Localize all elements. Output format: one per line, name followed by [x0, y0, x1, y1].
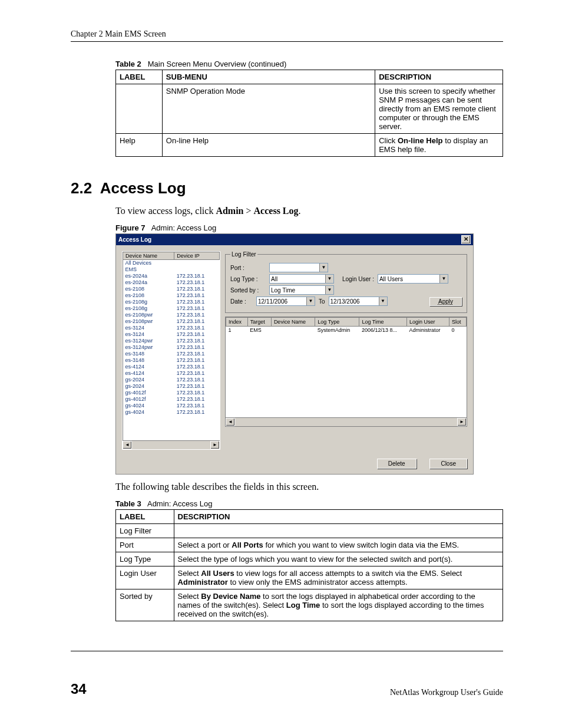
chevron-down-icon[interactable]: ▼	[319, 263, 328, 272]
titlebar: Access Log ✕	[116, 234, 473, 245]
table-row[interactable]: 1 EMS SystemAdmin 2006/12/13 8... Admini…	[226, 327, 467, 334]
port-select[interactable]: ▼	[269, 263, 328, 272]
close-button[interactable]: Close	[429, 459, 467, 469]
port-label: Port :	[230, 265, 266, 271]
chevron-down-icon[interactable]: ▼	[379, 297, 387, 305]
chevron-down-icon[interactable]: ▼	[325, 275, 333, 283]
list-item[interactable]: es-3124172.23.18.1	[123, 325, 220, 331]
device-name-cell: es-2108	[123, 286, 174, 292]
scroll-right-icon[interactable]: ►	[457, 418, 467, 426]
device-name-cell: es-2108pwr	[123, 318, 174, 325]
cell-desc	[174, 524, 503, 538]
cell-desc: Select By Device Name to sort the logs d…	[174, 589, 503, 621]
list-item[interactable]: gs-4012f172.23.18.1	[123, 390, 220, 396]
device-ip-cell: 172.23.18.1	[174, 286, 220, 292]
figure-caption: Figure 7 Admin: Access Log	[115, 223, 503, 232]
device-header-ip[interactable]: Device IP	[174, 252, 220, 260]
log-h-loginuser[interactable]: Login User	[406, 318, 449, 327]
device-list-panel: Device Name Device IP All DevicesEMSes-2…	[122, 251, 220, 450]
chevron-down-icon[interactable]: ▼	[306, 297, 315, 305]
cell-submenu: On-line Help	[162, 134, 375, 157]
scroll-left-icon[interactable]: ◄	[226, 418, 235, 426]
list-item[interactable]: es-4124172.23.18.1	[123, 364, 220, 370]
table2-caption-label: Table 2	[115, 60, 141, 68]
device-name-cell: es-3148	[123, 357, 174, 364]
figure-caption-text: Admin: Access Log	[151, 223, 217, 232]
list-item[interactable]: es-2108172.23.18.1	[123, 286, 220, 292]
list-item[interactable]: gs-2024172.23.18.1	[123, 383, 220, 390]
list-item[interactable]: EMS	[123, 266, 220, 273]
table2-h-desc: DESCRIPTION	[375, 70, 503, 84]
cell-desc: Click On-line Help to display an EMS hel…	[375, 134, 503, 157]
sortedby-select[interactable]: Log Time▼	[269, 285, 334, 295]
log-h-target[interactable]: Target	[247, 318, 271, 327]
device-ip-cell: 172.23.18.1	[174, 390, 220, 396]
list-item[interactable]: es-2108pwr172.23.18.1	[123, 318, 220, 325]
list-item[interactable]: es-2108pwr172.23.18.1	[123, 312, 220, 318]
table-row: Login User Select All Users to view logs…	[116, 566, 503, 589]
device-name-cell: gs-2024	[123, 377, 174, 383]
list-item[interactable]: gs-4024172.23.18.1	[123, 409, 220, 416]
table-row: Port Select a port or All Ports for whic…	[116, 538, 503, 552]
list-item[interactable]: gs-4012f172.23.18.1	[123, 396, 220, 403]
date-from-field[interactable]: 12/11/2006▼	[256, 297, 315, 306]
table-row: SNMP Operation Mode Use this screen to s…	[116, 84, 503, 134]
device-ip-cell: 172.23.18.1	[174, 351, 220, 357]
list-item[interactable]: es-3124172.23.18.1	[123, 331, 220, 338]
list-item[interactable]: es-3124pwr172.23.18.1	[123, 338, 220, 344]
scroll-left-icon[interactable]: ◄	[123, 441, 132, 449]
list-item[interactable]: es-2108172.23.18.1	[123, 292, 220, 299]
loginuser-label: Login User :	[342, 276, 374, 282]
list-item[interactable]: gs-2024172.23.18.1	[123, 377, 220, 383]
device-name-cell: All Devices	[123, 260, 174, 267]
section-heading: 2.2 Access Log	[71, 179, 503, 197]
device-ip-cell: 172.23.18.1	[174, 377, 220, 383]
log-h-devname[interactable]: Device Name	[271, 318, 315, 327]
table3-h-label: LABEL	[116, 510, 174, 524]
device-ip-cell: 172.23.18.1	[174, 312, 220, 318]
table2-caption-text: Main Screen Menu Overview (continued)	[148, 60, 287, 68]
list-item[interactable]: es-2024a172.23.18.1	[123, 273, 220, 279]
device-ip-cell: 172.23.18.1	[174, 338, 220, 344]
apply-button[interactable]: Apply	[429, 297, 462, 306]
list-item[interactable]: es-2108g172.23.18.1	[123, 305, 220, 312]
device-name-cell: es-3124pwr	[123, 344, 174, 351]
delete-button[interactable]: Delete	[377, 459, 416, 469]
device-ip-cell: 172.23.18.1	[174, 383, 220, 390]
log-h-slot[interactable]: Slot	[449, 318, 466, 327]
list-item[interactable]: es-4124172.23.18.1	[123, 370, 220, 377]
device-header-name[interactable]: Device Name	[123, 252, 174, 260]
table3-caption-label: Table 3	[115, 499, 141, 508]
log-h-logtime[interactable]: Log Time	[359, 318, 406, 327]
list-item[interactable]: es-2024a172.23.18.1	[123, 279, 220, 286]
device-name-cell: es-2024a	[123, 273, 174, 279]
cell-label	[116, 84, 163, 134]
table-row: Help On-line Help Click On-line Help to …	[116, 134, 503, 157]
device-ip-cell: 172.23.18.1	[174, 273, 220, 279]
scroll-right-icon[interactable]: ►	[210, 441, 220, 449]
table3-h-desc: DESCRIPTION	[174, 510, 503, 524]
list-item[interactable]: All Devices	[123, 260, 220, 267]
close-icon[interactable]: ✕	[461, 235, 471, 244]
guide-name: NetAtlas Workgroup User's Guide	[390, 688, 503, 697]
list-item[interactable]: gs-4024172.23.18.1	[123, 403, 220, 409]
horizontal-scrollbar[interactable]: ◄ ►	[226, 417, 467, 426]
figure-caption-label: Figure 7	[115, 223, 146, 232]
device-name-cell: es-4124	[123, 364, 174, 370]
chevron-down-icon[interactable]: ▼	[325, 286, 333, 294]
list-item[interactable]: es-3124pwr172.23.18.1	[123, 344, 220, 351]
log-h-logtype[interactable]: Log Type	[315, 318, 359, 327]
chevron-down-icon[interactable]: ▼	[439, 275, 448, 283]
after-figure-text: The following table describes the fields…	[115, 482, 503, 492]
list-item[interactable]: es-3148172.23.18.1	[123, 351, 220, 357]
horizontal-scrollbar[interactable]: ◄ ►	[123, 440, 220, 449]
cell-label: Sorted by	[116, 589, 174, 621]
log-h-index[interactable]: Index	[226, 318, 248, 327]
loginuser-select[interactable]: All Users▼	[378, 274, 448, 284]
list-item[interactable]: es-2108g172.23.18.1	[123, 299, 220, 305]
logtype-select[interactable]: All▼	[269, 274, 334, 284]
device-name-cell: es-2024a	[123, 279, 174, 286]
access-log-window: Access Log ✕ Device Name Device IP All D…	[115, 233, 474, 475]
list-item[interactable]: es-3148172.23.18.1	[123, 357, 220, 364]
date-to-field[interactable]: 12/13/2006▼	[329, 297, 388, 306]
